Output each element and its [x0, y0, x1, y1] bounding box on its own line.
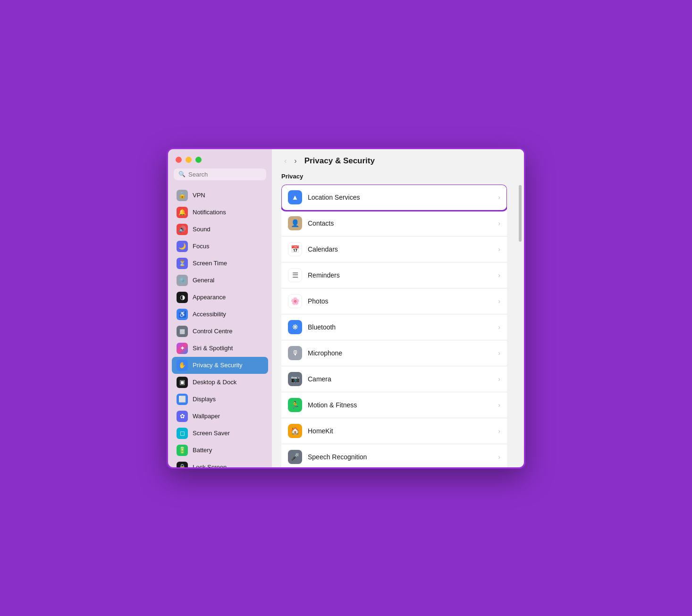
scrollbar-area: Privacy ▲Location Services›👤Contacts›📅Ca…	[272, 171, 524, 467]
item-icon-speech: 🎤	[288, 450, 302, 464]
item-icon-photos: 🌸	[288, 294, 302, 308]
settings-item-microphone[interactable]: 🎙Microphone›	[281, 340, 507, 366]
scrollbar-track[interactable]	[518, 176, 522, 463]
sidebar-item-label: Control Centre	[193, 328, 233, 335]
item-icon-camera: 📷	[288, 372, 302, 386]
chevron-right-icon: ›	[498, 297, 500, 305]
sidebar-item-label: Notifications	[193, 209, 226, 216]
sidebar-item-sound[interactable]: 🔊Sound	[172, 221, 268, 238]
item-label: Location Services	[308, 194, 498, 201]
item-label: Microphone	[308, 349, 498, 357]
sidebar-item-focus[interactable]: 🌙Focus	[172, 238, 268, 255]
sidebar-item-label: Desktop & Dock	[193, 379, 236, 386]
back-button[interactable]: ‹	[281, 156, 289, 166]
sidebar: 🔍 🔒VPN🔔Notifications🔊Sound🌙Focus⏳Screen …	[168, 149, 272, 467]
settings-item-contacts[interactable]: 👤Contacts›	[281, 211, 507, 236]
item-label: Camera	[308, 375, 498, 383]
settings-item-photos[interactable]: 🌸Photos›	[281, 288, 507, 314]
sidebar-item-lock-screen[interactable]: 🔒Lock Screen	[172, 459, 268, 467]
sidebar-icon-focus: 🌙	[177, 241, 188, 252]
sidebar-item-label: Sound	[193, 226, 211, 233]
search-bar[interactable]: 🔍	[174, 169, 266, 180]
chevron-right-icon: ›	[498, 401, 500, 409]
chevron-right-icon: ›	[498, 453, 500, 461]
item-icon-homekit: 🏠	[288, 424, 302, 438]
item-icon-reminders: ☰	[288, 268, 302, 282]
item-icon-bluetooth: ❋	[288, 320, 302, 334]
section-header: Privacy	[281, 173, 507, 180]
chevron-right-icon: ›	[498, 219, 500, 227]
settings-item-bluetooth[interactable]: ❋Bluetooth›	[281, 314, 507, 340]
sidebar-icon-wallpaper: ✿	[177, 411, 188, 422]
sidebar-icon-displays: ⬜	[177, 394, 188, 405]
sidebar-item-accessibility[interactable]: ♿Accessibility	[172, 306, 268, 323]
main-content: ‹ › Privacy & Security Privacy ▲Location…	[272, 149, 524, 467]
maximize-button[interactable]	[195, 157, 202, 163]
sidebar-item-screen-saver[interactable]: ◻Screen Saver	[172, 425, 268, 442]
sidebar-icon-vpn: 🔒	[177, 190, 188, 201]
chevron-right-icon: ›	[498, 375, 500, 383]
sidebar-list: 🔒VPN🔔Notifications🔊Sound🌙Focus⏳Screen Ti…	[168, 185, 272, 467]
sidebar-item-label: Focus	[193, 243, 209, 250]
sidebar-item-vpn[interactable]: 🔒VPN	[172, 187, 268, 204]
sidebar-item-notifications[interactable]: 🔔Notifications	[172, 204, 268, 221]
sidebar-item-desktop-dock[interactable]: ▣Desktop & Dock	[172, 374, 268, 391]
item-icon-motion: 🏃	[288, 398, 302, 412]
close-button[interactable]	[176, 157, 182, 163]
sidebar-item-displays[interactable]: ⬜Displays	[172, 391, 268, 408]
sidebar-item-label: Wallpaper	[193, 413, 220, 420]
titlebar	[168, 149, 272, 169]
settings-item-motion[interactable]: 🏃Motion & Fitness›	[281, 392, 507, 418]
main-window: 🔍 🔒VPN🔔Notifications🔊Sound🌙Focus⏳Screen …	[167, 148, 525, 469]
item-label: Reminders	[308, 271, 498, 279]
sidebar-item-label: VPN	[193, 192, 205, 199]
item-icon-location: ▲	[288, 190, 302, 204]
sidebar-item-battery[interactable]: 🔋Battery	[172, 442, 268, 459]
chevron-right-icon: ›	[498, 245, 500, 253]
sidebar-icon-accessibility: ♿	[177, 309, 188, 320]
sidebar-icon-screen-saver: ◻	[177, 428, 188, 439]
sidebar-icon-control-centre: ▦	[177, 326, 188, 337]
content-scroll[interactable]: Privacy ▲Location Services›👤Contacts›📅Ca…	[272, 171, 516, 467]
sidebar-item-screen-time[interactable]: ⏳Screen Time	[172, 255, 268, 272]
forward-button[interactable]: ›	[291, 156, 299, 166]
sidebar-icon-battery: 🔋	[177, 445, 188, 456]
item-label: Bluetooth	[308, 323, 498, 331]
sidebar-item-control-centre[interactable]: ▦Control Centre	[172, 323, 268, 340]
chevron-right-icon: ›	[498, 349, 500, 357]
chevron-right-icon: ›	[498, 194, 500, 201]
search-icon: 🔍	[178, 171, 186, 177]
settings-item-calendars[interactable]: 📅Calendars›	[281, 236, 507, 262]
sidebar-item-label: Displays	[193, 396, 216, 403]
sidebar-item-label: Appearance	[193, 294, 226, 301]
settings-item-homekit[interactable]: 🏠HomeKit›	[281, 418, 507, 444]
sidebar-item-label: Screen Time	[193, 260, 227, 267]
minimize-button[interactable]	[186, 157, 192, 163]
scrollbar-thumb[interactable]	[519, 185, 522, 242]
sidebar-item-label: Siri & Spotlight	[193, 345, 233, 352]
chevron-right-icon: ›	[498, 427, 500, 435]
item-icon-calendars: 📅	[288, 242, 302, 256]
item-icon-contacts: 👤	[288, 216, 302, 230]
settings-list: ▲Location Services›👤Contacts›📅Calendars›…	[281, 185, 507, 467]
toolbar: ‹ › Privacy & Security	[272, 149, 524, 171]
sidebar-icon-notifications: 🔔	[177, 207, 188, 218]
settings-item-camera[interactable]: 📷Camera›	[281, 366, 507, 392]
item-label: Photos	[308, 297, 498, 305]
sidebar-icon-screen-time: ⏳	[177, 258, 188, 269]
sidebar-item-wallpaper[interactable]: ✿Wallpaper	[172, 408, 268, 425]
sidebar-item-general[interactable]: ⚙️General	[172, 272, 268, 289]
item-label: Calendars	[308, 245, 498, 253]
sidebar-item-label: Lock Screen	[193, 464, 227, 467]
sidebar-item-privacy-security[interactable]: ✋Privacy & Security	[172, 357, 268, 374]
search-input[interactable]	[188, 171, 262, 178]
settings-item-speech[interactable]: 🎤Speech Recognition›	[281, 444, 507, 467]
item-icon-microphone: 🎙	[288, 346, 302, 360]
settings-item-location[interactable]: ▲Location Services›	[281, 185, 507, 211]
item-label: HomeKit	[308, 427, 498, 435]
sidebar-item-label: Battery	[193, 447, 212, 454]
sidebar-item-siri-spotlight[interactable]: ✦Siri & Spotlight	[172, 340, 268, 357]
settings-item-reminders[interactable]: ☰Reminders›	[281, 262, 507, 288]
sidebar-item-label: Privacy & Security	[193, 362, 242, 369]
sidebar-item-appearance[interactable]: ◑Appearance	[172, 289, 268, 306]
